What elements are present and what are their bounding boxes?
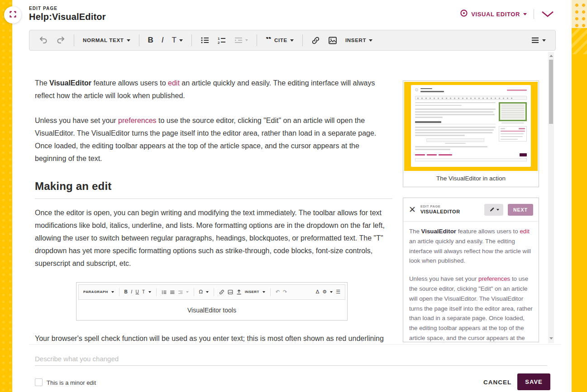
paragraph: Your browser's spell check function will… <box>35 332 392 345</box>
mini-indent-icon <box>178 290 183 295</box>
pencil-dropdown <box>484 204 503 216</box>
figure-caption: VisualEditor tools <box>78 300 345 320</box>
chevron-down-icon <box>179 39 183 42</box>
numbered-list-button[interactable]: 1 2 <box>213 33 230 48</box>
edit-page-kicker: EDIT PAGE <box>29 6 57 11</box>
bullet-list-button[interactable] <box>196 33 213 48</box>
save-button[interactable]: SAVE <box>517 373 550 390</box>
chevron-down-icon <box>542 39 546 42</box>
minor-edit-label: This is a minor edit <box>47 379 96 386</box>
menu-icon <box>531 36 539 44</box>
fullscreen-button[interactable] <box>4 6 21 24</box>
bullet-list-icon <box>200 36 209 44</box>
insert-label: INSERT <box>345 38 366 43</box>
stripes-pattern <box>572 28 587 54</box>
chevron-down-icon <box>127 39 130 42</box>
thumbnail2-kicker: EDIT PAGE <box>420 205 460 208</box>
editor-surface[interactable]: The VisualEditor feature allows users to… <box>29 51 561 345</box>
ve-tools-image: PARAGRAPH B I U T Ω INSERT ↶ ↷ <box>78 284 345 300</box>
thumbnail1-image <box>404 82 538 171</box>
divider <box>119 288 119 296</box>
mini-paragraph-label: PARAGRAPH <box>83 286 108 298</box>
scrollbar-down-arrow[interactable] <box>549 337 553 340</box>
svg-text:2: 2 <box>218 41 220 44</box>
chevron-down-icon <box>206 291 209 293</box>
mini-gear-icon: ⚙ <box>322 286 327 298</box>
thumbnail2-title: VISUALEDITOR <box>420 209 460 214</box>
mini-menu-icon: ☰ <box>336 286 340 298</box>
link-icon <box>311 36 320 45</box>
cancel-button[interactable]: CANCEL <box>483 379 511 386</box>
italic-button[interactable]: I <box>157 33 168 48</box>
redo-button[interactable] <box>52 33 69 48</box>
mini-special-character-icon: Ω <box>199 286 203 298</box>
undo-button[interactable] <box>35 33 52 48</box>
ve-tools-figure[interactable]: PARAGRAPH B I U T Ω INSERT ↶ ↷ <box>76 282 348 321</box>
chevron-down-icon <box>496 209 499 211</box>
article-content: The VisualEditor feature allows users to… <box>35 77 392 345</box>
text-style-dropdown[interactable]: T <box>168 33 187 48</box>
pencil-icon <box>489 207 495 213</box>
toolbar-divider <box>74 34 74 46</box>
collapse-button[interactable] <box>541 10 554 18</box>
cite-dropdown[interactable]: “ CITE <box>262 33 298 48</box>
chevron-collapse-icon <box>541 10 554 18</box>
scrollbar-track[interactable] <box>548 52 554 343</box>
scrollbar-up-arrow[interactable] <box>549 55 553 57</box>
link-preferences[interactable]: preferences <box>118 117 157 124</box>
undo-icon <box>39 36 48 44</box>
toolbar-divider <box>191 34 192 46</box>
toolbar-divider <box>257 34 257 46</box>
paragraph-style-dropdown[interactable]: NORMAL TEXT <box>79 33 134 48</box>
edit-summary-input[interactable] <box>35 352 547 366</box>
image-button[interactable] <box>324 33 341 48</box>
link-button[interactable] <box>307 33 324 48</box>
editor-mode-dropdown[interactable]: VISUAL EDITOR <box>460 9 527 19</box>
quote-icon: “ <box>266 37 272 43</box>
paragraph-style-label: NORMAL TEXT <box>83 38 124 43</box>
dots-pattern <box>572 0 587 28</box>
mini-image-icon <box>228 289 233 295</box>
mini-text-style-icon: T <box>142 286 145 298</box>
bold-icon: B <box>148 36 153 45</box>
divider <box>214 288 214 296</box>
right-brand-strip <box>572 0 587 392</box>
mini-bullet-list-icon <box>162 290 167 295</box>
paragraph: Once the editor is open, you can begin w… <box>35 207 392 270</box>
scrollbar-thumb[interactable] <box>549 60 553 124</box>
chevron-down-icon <box>290 39 294 42</box>
mini-link-icon <box>219 289 224 295</box>
mini-bold-icon: B <box>124 286 128 298</box>
minor-edit-checkbox[interactable] <box>35 378 43 386</box>
link-edit: edit <box>520 228 529 235</box>
mini-upload-icon <box>236 289 242 295</box>
link-preferences: preferences <box>478 275 510 282</box>
chevron-down-icon <box>111 291 114 293</box>
insert-dropdown[interactable]: INSERT <box>341 33 377 48</box>
bold-button[interactable]: B <box>144 33 157 48</box>
indent-dropdown[interactable] <box>230 33 252 48</box>
italic-icon: I <box>162 36 164 45</box>
thumbnail-mobile-editor[interactable]: ✕ EDIT PAGE VISUALEDITOR NEXT The Visual… <box>403 198 539 342</box>
divider <box>270 288 271 296</box>
left-brand-strip <box>0 0 12 392</box>
mini-warning-icon: Δ <box>316 286 320 298</box>
chevron-down-icon <box>245 39 248 41</box>
page-options-dropdown[interactable] <box>527 33 550 48</box>
next-button: NEXT <box>508 204 533 216</box>
link-edit[interactable]: edit <box>168 79 180 87</box>
chevron-down-icon <box>523 13 527 15</box>
mini-italic-icon: I <box>131 286 132 298</box>
page-title: Help:VisualEditor <box>29 12 106 22</box>
chevron-down-icon <box>148 291 151 293</box>
divider <box>156 288 157 296</box>
chevron-down-icon <box>330 291 333 293</box>
toolbar-divider <box>302 34 303 46</box>
mini-underline-icon: U <box>135 286 139 298</box>
thumbnail-ve-in-action[interactable]: The VisualEditor in action <box>403 80 539 187</box>
mini-insert-label: INSERT <box>245 286 259 298</box>
mini-redo-icon: ↷ <box>283 286 287 298</box>
text-style-icon: T <box>172 36 177 45</box>
header-divider <box>534 9 534 19</box>
fullscreen-icon <box>9 10 17 20</box>
